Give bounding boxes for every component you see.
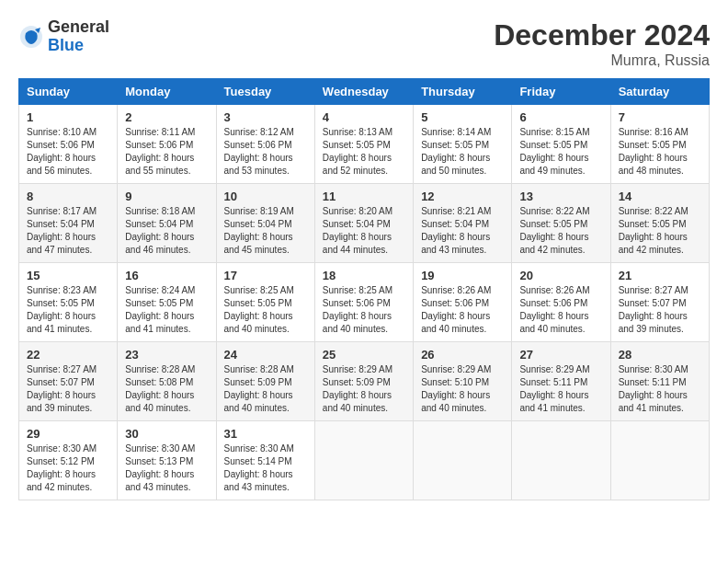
day-number: 10 [224, 190, 307, 203]
calendar-week-row: 1 Sunrise: 8:10 AMSunset: 5:06 PMDayligh… [19, 105, 710, 184]
weekday-header-tuesday: Tuesday [216, 79, 314, 105]
day-info: Sunrise: 8:28 AMSunset: 5:09 PMDaylight:… [224, 363, 307, 415]
calendar-cell: 10 Sunrise: 8:19 AMSunset: 5:04 PMDaylig… [216, 184, 314, 263]
calendar-cell: 5 Sunrise: 8:14 AMSunset: 5:05 PMDayligh… [414, 105, 512, 184]
day-number: 31 [224, 427, 307, 441]
day-number: 21 [619, 269, 701, 282]
day-info: Sunrise: 8:30 AMSunset: 5:13 PMDaylight:… [125, 442, 208, 494]
day-number: 28 [619, 348, 701, 362]
calendar-cell: 15 Sunrise: 8:23 AMSunset: 5:05 PMDaylig… [19, 263, 118, 342]
day-number: 5 [421, 110, 504, 124]
day-info: Sunrise: 8:14 AMSunset: 5:05 PMDaylight:… [421, 126, 504, 178]
logo-text: General Blue [48, 18, 109, 55]
day-info: Sunrise: 8:23 AMSunset: 5:05 PMDaylight:… [27, 284, 109, 336]
page-container: General Blue December 2024 Mumra, Russia… [18, 18, 710, 500]
calendar-cell: 12 Sunrise: 8:21 AMSunset: 5:04 PMDaylig… [414, 184, 512, 263]
day-info: Sunrise: 8:16 AMSunset: 5:05 PMDaylight:… [619, 126, 701, 178]
day-number: 15 [27, 269, 109, 282]
day-info: Sunrise: 8:26 AMSunset: 5:06 PMDaylight:… [519, 284, 602, 336]
calendar-week-row: 29 Sunrise: 8:30 AMSunset: 5:12 PMDaylig… [19, 421, 710, 500]
day-number: 23 [125, 348, 208, 362]
day-info: Sunrise: 8:27 AMSunset: 5:07 PMDaylight:… [27, 363, 109, 415]
calendar-cell: 2 Sunrise: 8:11 AMSunset: 5:06 PMDayligh… [118, 105, 216, 184]
day-info: Sunrise: 8:25 AMSunset: 5:06 PMDaylight:… [323, 284, 405, 336]
day-number: 3 [224, 110, 307, 124]
day-info: Sunrise: 8:11 AMSunset: 5:06 PMDaylight:… [125, 126, 208, 178]
weekday-header-monday: Monday [118, 79, 216, 105]
day-info: Sunrise: 8:22 AMSunset: 5:05 PMDaylight:… [619, 205, 701, 257]
calendar-cell: 6 Sunrise: 8:15 AMSunset: 5:05 PMDayligh… [512, 105, 610, 184]
logo: General Blue [18, 18, 109, 55]
calendar-cell [512, 421, 610, 500]
day-info: Sunrise: 8:25 AMSunset: 5:05 PMDaylight:… [224, 284, 307, 336]
logo-general: General [48, 17, 109, 36]
day-info: Sunrise: 8:15 AMSunset: 5:05 PMDaylight:… [519, 126, 602, 178]
day-info: Sunrise: 8:13 AMSunset: 5:05 PMDaylight:… [323, 126, 405, 178]
calendar-cell: 11 Sunrise: 8:20 AMSunset: 5:04 PMDaylig… [314, 184, 413, 263]
calendar-cell: 30 Sunrise: 8:30 AMSunset: 5:13 PMDaylig… [118, 421, 216, 500]
calendar-week-row: 8 Sunrise: 8:17 AMSunset: 5:04 PMDayligh… [19, 184, 710, 263]
day-info: Sunrise: 8:30 AMSunset: 5:11 PMDaylight:… [619, 363, 701, 415]
day-number: 1 [27, 110, 109, 124]
day-info: Sunrise: 8:28 AMSunset: 5:08 PMDaylight:… [125, 363, 208, 415]
day-number: 9 [125, 190, 208, 203]
logo-blue: Blue [48, 36, 84, 54]
calendar-cell: 23 Sunrise: 8:28 AMSunset: 5:08 PMDaylig… [118, 342, 216, 421]
calendar-cell [314, 421, 413, 500]
day-info: Sunrise: 8:27 AMSunset: 5:07 PMDaylight:… [619, 284, 701, 336]
calendar-cell: 18 Sunrise: 8:25 AMSunset: 5:06 PMDaylig… [314, 263, 413, 342]
day-number: 25 [323, 348, 405, 362]
day-number: 24 [224, 348, 307, 362]
day-number: 12 [421, 190, 504, 203]
day-number: 22 [27, 348, 109, 362]
calendar-cell: 4 Sunrise: 8:13 AMSunset: 5:05 PMDayligh… [314, 105, 413, 184]
day-info: Sunrise: 8:30 AMSunset: 5:14 PMDaylight:… [224, 442, 307, 494]
weekday-header-saturday: Saturday [610, 79, 709, 105]
day-info: Sunrise: 8:17 AMSunset: 5:04 PMDaylight:… [27, 205, 109, 257]
calendar-cell: 20 Sunrise: 8:26 AMSunset: 5:06 PMDaylig… [512, 263, 610, 342]
day-number: 19 [421, 269, 504, 282]
day-number: 17 [224, 269, 307, 282]
calendar-cell: 22 Sunrise: 8:27 AMSunset: 5:07 PMDaylig… [19, 342, 118, 421]
calendar-cell: 3 Sunrise: 8:12 AMSunset: 5:06 PMDayligh… [216, 105, 314, 184]
header: General Blue December 2024 Mumra, Russia [18, 18, 710, 69]
calendar-cell: 21 Sunrise: 8:27 AMSunset: 5:07 PMDaylig… [610, 263, 709, 342]
day-number: 2 [125, 110, 208, 124]
calendar-cell: 13 Sunrise: 8:22 AMSunset: 5:05 PMDaylig… [512, 184, 610, 263]
day-info: Sunrise: 8:29 AMSunset: 5:11 PMDaylight:… [519, 363, 602, 415]
calendar-cell: 8 Sunrise: 8:17 AMSunset: 5:04 PMDayligh… [19, 184, 118, 263]
weekday-header-thursday: Thursday [414, 79, 512, 105]
day-info: Sunrise: 8:24 AMSunset: 5:05 PMDaylight:… [125, 284, 208, 336]
calendar-cell: 7 Sunrise: 8:16 AMSunset: 5:05 PMDayligh… [610, 105, 709, 184]
day-number: 20 [519, 269, 602, 282]
logo-icon [18, 24, 44, 50]
calendar-cell: 19 Sunrise: 8:26 AMSunset: 5:06 PMDaylig… [414, 263, 512, 342]
calendar-cell: 29 Sunrise: 8:30 AMSunset: 5:12 PMDaylig… [19, 421, 118, 500]
weekday-header-wednesday: Wednesday [314, 79, 413, 105]
location-subtitle: Mumra, Russia [494, 52, 710, 69]
day-info: Sunrise: 8:20 AMSunset: 5:04 PMDaylight:… [323, 205, 405, 257]
month-year-title: December 2024 [494, 18, 710, 52]
day-number: 8 [27, 190, 109, 203]
day-info: Sunrise: 8:22 AMSunset: 5:05 PMDaylight:… [519, 205, 602, 257]
day-info: Sunrise: 8:29 AMSunset: 5:10 PMDaylight:… [421, 363, 504, 415]
calendar-cell: 31 Sunrise: 8:30 AMSunset: 5:14 PMDaylig… [216, 421, 314, 500]
calendar-table: SundayMondayTuesdayWednesdayThursdayFrid… [18, 78, 710, 500]
day-number: 18 [323, 269, 405, 282]
day-info: Sunrise: 8:29 AMSunset: 5:09 PMDaylight:… [323, 363, 405, 415]
weekday-header-friday: Friday [512, 79, 610, 105]
calendar-week-row: 22 Sunrise: 8:27 AMSunset: 5:07 PMDaylig… [19, 342, 710, 421]
day-number: 6 [519, 110, 602, 124]
calendar-cell: 26 Sunrise: 8:29 AMSunset: 5:10 PMDaylig… [414, 342, 512, 421]
day-info: Sunrise: 8:18 AMSunset: 5:04 PMDaylight:… [125, 205, 208, 257]
day-number: 4 [323, 110, 405, 124]
day-number: 26 [421, 348, 504, 362]
calendar-cell: 1 Sunrise: 8:10 AMSunset: 5:06 PMDayligh… [19, 105, 118, 184]
day-info: Sunrise: 8:10 AMSunset: 5:06 PMDaylight:… [27, 126, 109, 178]
day-info: Sunrise: 8:21 AMSunset: 5:04 PMDaylight:… [421, 205, 504, 257]
calendar-cell: 27 Sunrise: 8:29 AMSunset: 5:11 PMDaylig… [512, 342, 610, 421]
calendar-cell: 14 Sunrise: 8:22 AMSunset: 5:05 PMDaylig… [610, 184, 709, 263]
weekday-header-row: SundayMondayTuesdayWednesdayThursdayFrid… [19, 79, 710, 105]
day-info: Sunrise: 8:12 AMSunset: 5:06 PMDaylight:… [224, 126, 307, 178]
day-number: 7 [619, 110, 701, 124]
